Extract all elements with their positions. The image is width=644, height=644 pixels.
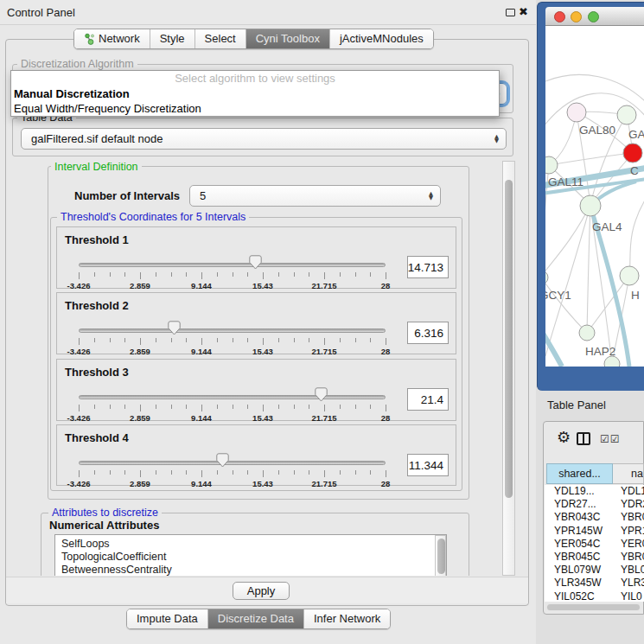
zoom-traffic-light-icon[interactable] [588,11,599,22]
threshold-panel-2: Threshold 2-3.4262.8599.14415.4321.71528… [56,292,456,354]
table-row[interactable]: YLR345WYLR3 [545,577,644,590]
column-header-name[interactable]: na [613,463,644,484]
tick-label: 28 [381,347,391,356]
attributes-list-scrollbar[interactable] [435,535,446,576]
table-row[interactable]: YDR27...YDR2 [545,498,644,511]
tick-label: 21.715 [311,413,336,423]
network-node[interactable] [617,105,636,124]
column-header-shared-name[interactable]: shared... [546,463,613,484]
threshold-value-field[interactable]: 21.4 [407,388,449,411]
tick-label: 15.43 [252,281,273,290]
table-row[interactable]: YER054CYER0 [545,538,644,551]
cell-shared-name: YBR043C [554,511,600,523]
network-node[interactable] [545,271,548,284]
cell-name: YER0 [621,538,644,550]
threshold-value-field[interactable]: 6.316 [407,322,449,344]
node-label: GA [628,128,644,141]
network-view-canvas[interactable]: GAL80GACGAL11GAL4GCY1HHAP2 [545,26,644,367]
thresholds-group-title: Threshold's Coordinates for 5 Intervals [57,211,249,223]
tab-network[interactable]: Network [74,29,150,48]
columns-icon[interactable] [577,432,590,445]
tick-label: 2.859 [130,413,150,423]
attribute-list-item[interactable]: TopologicalCoefficient [55,551,446,564]
cell-shared-name: YBL079W [554,564,601,576]
network-edge [587,205,590,333]
network-icon [84,33,94,45]
network-window-titlebar[interactable] [545,7,644,26]
tick-label: 21.715 [311,347,336,356]
close-icon[interactable]: ✖ [519,5,528,18]
tick-label: 2.859 [130,281,150,290]
attribute-list-item[interactable]: BetweennessCentrality [55,564,446,576]
table-row[interactable]: YBL079WYBL0 [545,564,644,577]
gear-icon[interactable]: ⚙ [557,428,571,446]
cell-name: YBR0 [621,551,644,563]
node-label: GAL80 [579,124,615,137]
settings-scroll-viewport: Interval Definition Number of Intervals … [9,161,502,576]
tab-jactivemnodules[interactable]: jActiveMNodules [329,29,433,48]
apply-button[interactable]: Apply [233,582,290,600]
network-edge [545,205,590,277]
attribute-list-item[interactable]: SelfLoops [55,538,446,551]
node-label: GAL11 [548,175,583,188]
cell-shared-name: YDR27... [554,498,596,510]
scrollbar-thumb[interactable] [505,180,513,498]
table-rows[interactable]: YDL19...YDL1YDR27...YDR2YBR043CYBR0YPR14… [545,485,644,602]
slider-thumb[interactable] [249,255,262,270]
table-row[interactable]: YDL19...YDL1 [545,485,644,498]
tab-infer-network[interactable]: Infer Network [303,609,390,628]
minimize-traffic-light-icon[interactable] [571,11,582,22]
dropdown-option-equal-width[interactable]: Equal Width/Frequency Discretization [14,102,201,115]
tick-label: 9.144 [191,413,212,423]
tab-cyni-toolbox[interactable]: Cyni Toolbox [245,29,329,48]
scrollbar-thumb[interactable] [437,539,445,574]
tick-label: 15.43 [252,413,273,423]
close-traffic-light-icon[interactable] [554,11,565,22]
top-tab-bar: NetworkStyleSelectCyni ToolboxjActiveMNo… [73,29,434,49]
threshold-value-field[interactable]: 14.713 [407,256,449,278]
settings-scrollbar[interactable] [502,161,515,576]
tab-style[interactable]: Style [150,29,194,48]
tab-select[interactable]: Select [194,29,245,48]
slider-thumb[interactable] [168,321,181,335]
node-label: GCY1 [545,289,571,302]
table-data-combobox[interactable]: galFiltered.sif default node ▲▼ [21,128,507,150]
tab-label: Impute Data [137,609,198,628]
network-node[interactable] [623,143,642,163]
algorithm-dropdown-popup: Select algorithm to view settings Manual… [10,70,500,117]
float-window-icon[interactable] [506,9,515,16]
panel-title: Control Panel [7,6,75,19]
numerical-attributes-list[interactable]: SelfLoopsTopologicalCoefficientBetweenne… [54,534,447,576]
table-row[interactable]: YPR145WYPR1 [545,525,644,538]
network-edge [545,74,644,102]
network-node[interactable] [620,266,639,285]
table-row[interactable]: YBR045CYBR0 [545,551,644,564]
control-panel-titlebar: Control Panel ✖ [0,0,536,25]
tab-discretize-data[interactable]: Discretize Data [207,609,303,628]
tick-label: 9.144 [191,479,212,488]
table-horizontal-scrollbar[interactable] [546,603,641,611]
cell-shared-name: YBR045C [554,551,600,563]
tick-label: 21.715 [311,479,336,488]
cell-name: YDL1 [621,485,644,497]
cell-name: YBR0 [621,511,644,523]
slider-thumb[interactable] [315,387,328,402]
number-of-intervals-combobox[interactable]: 5 ▲▼ [189,185,441,207]
table-row[interactable]: YIL052CYIL0 [545,590,644,603]
tab-impute-data[interactable]: Impute Data [127,609,207,628]
combo-stepper-icon: ▲▼ [429,191,433,201]
network-node[interactable] [580,195,601,216]
threshold-value-field[interactable]: 11.344 [407,454,449,476]
control-panel: Control Panel ✖ NetworkStyleSelectCyni T… [0,0,536,644]
table-row[interactable]: YBR043CYBR0 [545,511,644,524]
cell-shared-name: YDL19... [554,485,595,497]
tick-label: 21.715 [311,281,336,290]
node-label: GAL4 [592,220,622,233]
checkboxes-icon[interactable]: ☑☑ [600,433,621,445]
network-node[interactable] [579,325,595,341]
cell-name: YPR1 [621,525,644,537]
slider-thumb[interactable] [216,453,229,468]
dropdown-option-manual[interactable]: Manual Discretization [14,87,130,100]
scrollbar-thumb[interactable] [547,604,640,610]
network-node[interactable] [567,103,586,122]
